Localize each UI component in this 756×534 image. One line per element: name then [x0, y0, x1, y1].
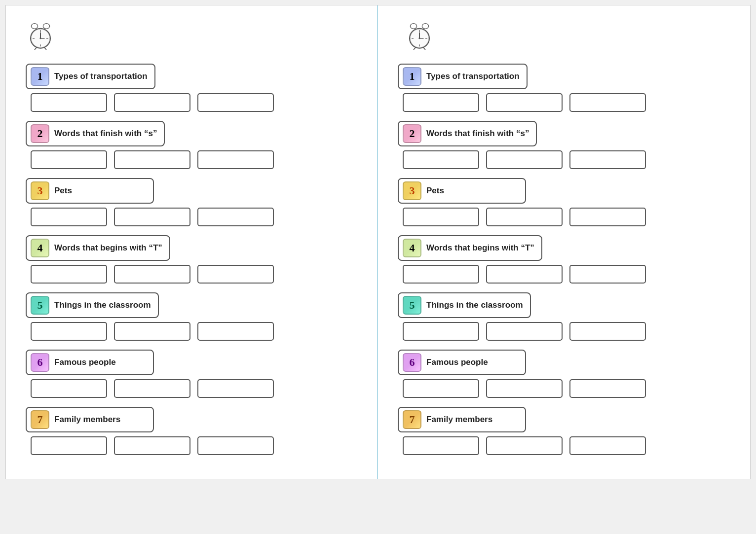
- answer-input-4-3[interactable]: [569, 265, 646, 284]
- answer-input-7-3[interactable]: [197, 436, 274, 455]
- answer-boxes-3: [31, 208, 357, 226]
- category-section-6: 6Famous people: [26, 350, 357, 398]
- category-label-row-6: 6Famous people: [398, 350, 730, 375]
- category-section-3: 3Pets: [398, 178, 730, 226]
- answer-input-3-2[interactable]: [114, 208, 190, 226]
- left-half: 1Types of transportation2Words that fini…: [6, 5, 378, 479]
- category-section-4: 4Words that begins with “T”: [26, 235, 357, 284]
- category-section-7: 7Family members: [398, 407, 730, 455]
- answer-input-3-3[interactable]: [197, 208, 274, 226]
- right-header: [398, 20, 730, 50]
- answer-input-2-1[interactable]: [31, 150, 107, 169]
- answer-input-4-2[interactable]: [114, 265, 190, 284]
- category-text-7: Family members: [426, 415, 492, 425]
- num-badge-7: 7: [31, 410, 49, 429]
- svg-line-25: [423, 47, 425, 50]
- category-text-3: Pets: [54, 186, 72, 196]
- num-badge-3: 3: [31, 181, 49, 200]
- svg-point-14: [422, 24, 428, 29]
- svg-point-13: [410, 24, 416, 29]
- category-label-box-5: 5Things in the classroom: [26, 292, 159, 318]
- answer-input-6-2[interactable]: [486, 379, 563, 398]
- category-label-box-6: 6Famous people: [26, 350, 154, 375]
- category-label-row-6: 6Famous people: [26, 350, 357, 375]
- answer-input-1-1[interactable]: [403, 93, 479, 112]
- answer-input-2-2[interactable]: [114, 150, 190, 169]
- num-badge-4: 4: [403, 239, 421, 257]
- category-section-3: 3Pets: [26, 178, 357, 226]
- category-label-box-3: 3Pets: [398, 178, 526, 204]
- num-badge-1: 1: [31, 67, 49, 86]
- category-section-5: 5Things in the classroom: [398, 292, 730, 341]
- category-text-7: Family members: [54, 415, 120, 425]
- category-label-row-4: 4Words that begins with “T”: [26, 235, 357, 261]
- category-text-2: Words that finish with “s”: [426, 129, 529, 139]
- answer-input-7-1[interactable]: [403, 436, 479, 455]
- category-section-4: 4Words that begins with “T”: [398, 235, 730, 284]
- answer-input-5-3[interactable]: [569, 322, 646, 341]
- svg-line-11: [35, 47, 37, 50]
- answer-input-5-1[interactable]: [31, 322, 107, 341]
- category-section-7: 7Family members: [26, 407, 357, 455]
- answer-boxes-7: [403, 436, 730, 455]
- answer-boxes-3: [403, 208, 730, 226]
- answer-input-7-1[interactable]: [31, 436, 107, 455]
- answer-boxes-6: [31, 379, 357, 398]
- num-badge-5: 5: [403, 296, 421, 315]
- svg-point-10: [39, 37, 41, 39]
- answer-input-5-3[interactable]: [197, 322, 274, 341]
- answer-input-4-2[interactable]: [486, 265, 563, 284]
- answer-input-6-1[interactable]: [31, 379, 107, 398]
- svg-line-24: [414, 47, 416, 50]
- answer-input-4-3[interactable]: [197, 265, 274, 284]
- category-label-box-3: 3Pets: [26, 178, 154, 204]
- num-badge-2: 2: [31, 124, 49, 143]
- answer-input-6-3[interactable]: [569, 379, 646, 398]
- answer-input-2-1[interactable]: [403, 150, 479, 169]
- clock-icon-right: [405, 20, 434, 50]
- answer-boxes-1: [403, 93, 730, 112]
- answer-input-7-2[interactable]: [114, 436, 190, 455]
- category-label-box-5: 5Things in the classroom: [398, 292, 531, 318]
- answer-input-4-1[interactable]: [31, 265, 107, 284]
- answer-input-1-3[interactable]: [569, 93, 646, 112]
- answer-input-1-1[interactable]: [31, 93, 107, 112]
- answer-input-3-2[interactable]: [486, 208, 563, 226]
- category-section-1: 1Types of transportation: [26, 64, 357, 112]
- answer-input-2-3[interactable]: [569, 150, 646, 169]
- svg-point-0: [31, 24, 38, 29]
- answer-input-6-2[interactable]: [114, 379, 190, 398]
- answer-input-3-1[interactable]: [403, 208, 479, 226]
- answer-input-5-2[interactable]: [486, 322, 563, 341]
- answer-input-7-2[interactable]: [486, 436, 563, 455]
- num-badge-7: 7: [403, 410, 421, 429]
- category-text-4: Words that begins with “T”: [54, 243, 162, 253]
- right-half: 1Types of transportation2Words that fini…: [378, 5, 750, 479]
- left-categories: 1Types of transportation2Words that fini…: [26, 64, 357, 455]
- category-text-5: Things in the classroom: [54, 300, 151, 310]
- clock-icon-left: [26, 20, 55, 50]
- answer-input-1-2[interactable]: [114, 93, 190, 112]
- answer-input-2-3[interactable]: [197, 150, 274, 169]
- svg-point-1: [43, 24, 49, 29]
- answer-input-6-1[interactable]: [403, 379, 479, 398]
- left-header: [26, 20, 357, 50]
- answer-input-1-2[interactable]: [486, 93, 563, 112]
- category-label-box-1: 1Types of transportation: [398, 64, 528, 89]
- answer-input-4-1[interactable]: [403, 265, 479, 284]
- page-wrapper: 1Types of transportation2Words that fini…: [5, 5, 751, 479]
- answer-input-5-2[interactable]: [114, 322, 190, 341]
- category-label-box-7: 7Family members: [398, 407, 526, 432]
- answer-input-2-2[interactable]: [486, 150, 563, 169]
- answer-input-5-1[interactable]: [403, 322, 479, 341]
- answer-input-7-3[interactable]: [569, 436, 646, 455]
- category-label-row-3: 3Pets: [26, 178, 357, 204]
- category-label-row-3: 3Pets: [398, 178, 730, 204]
- category-label-row-1: 1Types of transportation: [398, 64, 730, 89]
- answer-input-1-3[interactable]: [197, 93, 274, 112]
- category-label-box-1: 1Types of transportation: [26, 64, 155, 89]
- category-label-row-2: 2Words that finish with “s”: [398, 121, 730, 146]
- answer-input-3-1[interactable]: [31, 208, 107, 226]
- answer-input-6-3[interactable]: [197, 379, 274, 398]
- answer-input-3-3[interactable]: [569, 208, 646, 226]
